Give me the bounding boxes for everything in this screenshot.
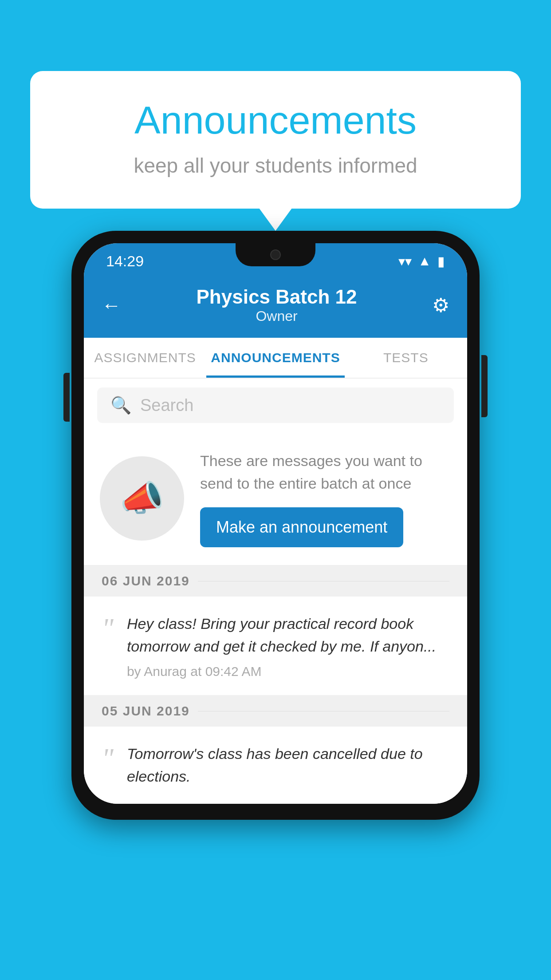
header-title-group: Physics Batch 12 Owner bbox=[197, 286, 357, 324]
back-button[interactable]: ← bbox=[102, 294, 121, 316]
app-header: ← Physics Batch 12 Owner ⚙ bbox=[84, 275, 467, 338]
announcement-item-2[interactable]: " Tomorrow's class has been cancelled du… bbox=[84, 727, 467, 804]
date-label-1: 06 JUN 2019 bbox=[102, 573, 190, 589]
make-announcement-button[interactable]: Make an announcement bbox=[200, 507, 403, 547]
date-label-2: 05 JUN 2019 bbox=[102, 703, 190, 719]
announcement-content-2: Tomorrow's class has been cancelled due … bbox=[127, 743, 449, 788]
promo-icon-circle: 📣 bbox=[100, 456, 184, 541]
phone-notch bbox=[236, 243, 315, 266]
announcement-text-2: Tomorrow's class has been cancelled due … bbox=[127, 743, 449, 788]
tab-assignments[interactable]: ASSIGNMENTS bbox=[84, 338, 206, 378]
date-divider-1: 06 JUN 2019 bbox=[84, 565, 467, 597]
announcement-content-1: Hey class! Bring your practical record b… bbox=[127, 612, 449, 679]
tabs-bar: ASSIGNMENTS ANNOUNCEMENTS TESTS bbox=[84, 338, 467, 379]
front-camera bbox=[270, 249, 281, 260]
batch-role: Owner bbox=[197, 308, 357, 324]
search-bar[interactable]: 🔍 Search bbox=[97, 387, 454, 423]
tab-announcements[interactable]: ANNOUNCEMENTS bbox=[206, 338, 344, 378]
announcements-title: Announcements bbox=[66, 98, 485, 143]
search-placeholder: Search bbox=[140, 396, 193, 415]
announcement-text-1: Hey class! Bring your practical record b… bbox=[127, 612, 449, 658]
search-icon: 🔍 bbox=[110, 395, 131, 415]
batch-title: Physics Batch 12 bbox=[197, 286, 357, 308]
announcement-meta-1: by Anurag at 09:42 AM bbox=[127, 664, 449, 679]
status-icons: ▾▾ ▲ ▮ bbox=[398, 253, 445, 269]
search-container: 🔍 Search bbox=[84, 379, 467, 432]
quote-icon-1: " bbox=[102, 614, 114, 643]
battery-icon: ▮ bbox=[437, 253, 445, 269]
divider-line-1 bbox=[198, 581, 449, 581]
phone-mockup: 14:29 ▾▾ ▲ ▮ ← Physics Batch 12 Owner ⚙ bbox=[71, 231, 480, 820]
announcements-subtitle: keep all your students informed bbox=[66, 154, 485, 178]
announcement-item-1[interactable]: " Hey class! Bring your practical record… bbox=[84, 597, 467, 695]
settings-icon[interactable]: ⚙ bbox=[432, 294, 449, 316]
wifi-icon: ▾▾ bbox=[398, 253, 412, 269]
megaphone-icon: 📣 bbox=[120, 478, 164, 519]
promo-description: These are messages you want to send to t… bbox=[200, 450, 451, 495]
divider-line-2 bbox=[198, 711, 449, 711]
tab-tests[interactable]: TESTS bbox=[345, 338, 467, 378]
promo-content: These are messages you want to send to t… bbox=[200, 450, 451, 547]
phone-screen: 14:29 ▾▾ ▲ ▮ ← Physics Batch 12 Owner ⚙ bbox=[84, 243, 467, 804]
quote-icon-2: " bbox=[102, 744, 114, 773]
status-time: 14:29 bbox=[106, 253, 144, 270]
signal-icon: ▲ bbox=[418, 253, 431, 269]
phone-outer-shell: 14:29 ▾▾ ▲ ▮ ← Physics Batch 12 Owner ⚙ bbox=[71, 231, 480, 820]
speech-bubble-card: Announcements keep all your students inf… bbox=[30, 71, 521, 209]
date-divider-2: 05 JUN 2019 bbox=[84, 695, 467, 727]
announcement-promo: 📣 These are messages you want to send to… bbox=[84, 432, 467, 565]
speech-bubble-section: Announcements keep all your students inf… bbox=[30, 71, 521, 209]
